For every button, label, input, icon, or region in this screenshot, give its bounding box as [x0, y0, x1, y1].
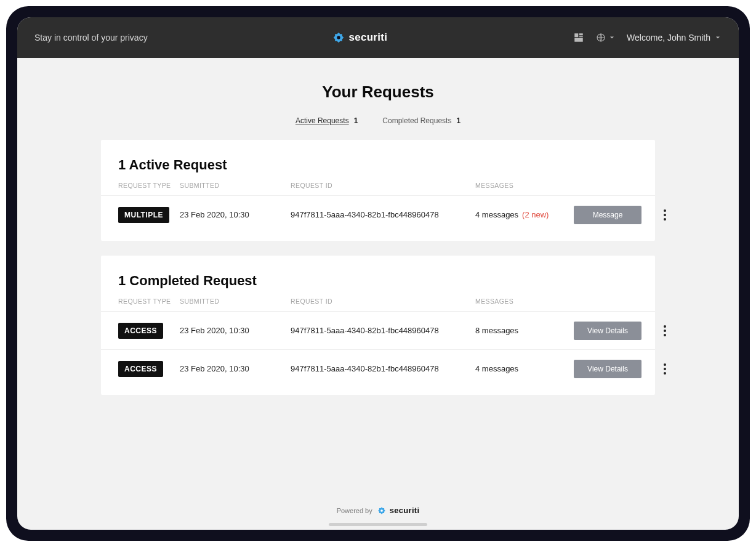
message-button[interactable]: Message	[574, 206, 641, 224]
powered-by-text: Powered by	[337, 507, 372, 514]
messages-count: 4 messages	[475, 210, 518, 219]
view-details-button[interactable]: View Details	[574, 360, 641, 378]
svg-rect-4	[574, 38, 583, 42]
submitted-cell: 23 Feb 2020, 10:30	[180, 210, 291, 219]
col-messages: MESSAGES	[475, 182, 574, 189]
col-messages: MESSAGES	[475, 298, 574, 305]
content-area: Your Requests Active Requests 1 Complete…	[17, 58, 739, 530]
brand-logo-icon	[377, 506, 386, 515]
tabs: Active Requests 1 Completed Requests 1	[17, 116, 739, 125]
col-request-id: REQUEST ID	[291, 182, 475, 189]
kebab-menu-icon[interactable]	[657, 323, 672, 338]
svg-rect-3	[579, 36, 583, 38]
col-submitted: SUBMITTED	[180, 182, 291, 189]
messages-count: 8 messages	[475, 326, 518, 335]
tab-active-requests[interactable]: Active Requests 1	[296, 116, 358, 125]
page-title: Your Requests	[17, 83, 739, 102]
table-header: REQUEST TYPE SUBMITTED REQUEST ID MESSAG…	[101, 298, 655, 311]
svg-rect-2	[579, 33, 583, 35]
globe-icon	[596, 33, 606, 43]
tab-count: 1	[354, 116, 358, 125]
topbar-tagline: Stay in control of your privacy	[34, 33, 148, 43]
request-type-badge: MULTIPLE	[118, 207, 169, 223]
footer-brand-logo[interactable]: securiti	[377, 506, 420, 515]
tab-label: Completed Requests	[382, 116, 451, 125]
table-header: REQUEST TYPE SUBMITTED REQUEST ID MESSAG…	[101, 182, 655, 195]
svg-point-6	[380, 509, 383, 512]
completed-requests-card: 1 Completed Request REQUEST TYPE SUBMITT…	[101, 256, 655, 395]
request-id-cell: 947f7811-5aaa-4340-82b1-fbc448960478	[291, 364, 475, 373]
chevron-down-icon	[714, 34, 722, 41]
kebab-menu-icon[interactable]	[657, 362, 672, 376]
table-row: ACCESS 23 Feb 2020, 10:30 947f7811-5aaa-…	[101, 311, 655, 349]
tab-label: Active Requests	[296, 116, 349, 125]
request-type-badge: ACCESS	[118, 323, 163, 339]
request-type-badge: ACCESS	[118, 361, 163, 377]
svg-point-0	[337, 36, 340, 39]
welcome-text: Welcome, John Smith	[627, 33, 710, 43]
col-request-type: REQUEST TYPE	[118, 182, 180, 189]
brand-name: securiti	[348, 31, 387, 44]
section-title: 1 Completed Request	[101, 273, 655, 298]
view-details-button[interactable]: View Details	[574, 322, 641, 340]
messages-cell: 8 messages	[475, 326, 574, 335]
kebab-menu-icon[interactable]	[657, 208, 672, 222]
footer: Powered by securiti	[17, 506, 739, 515]
language-selector[interactable]	[596, 33, 616, 43]
col-request-type: REQUEST TYPE	[118, 298, 180, 305]
user-menu[interactable]: Welcome, John Smith	[627, 33, 722, 43]
grid-icon[interactable]	[573, 31, 585, 44]
svg-rect-1	[574, 33, 578, 37]
home-indicator	[329, 523, 427, 526]
submitted-cell: 23 Feb 2020, 10:30	[180, 326, 291, 335]
request-id-cell: 947f7811-5aaa-4340-82b1-fbc448960478	[291, 210, 475, 219]
col-request-id: REQUEST ID	[291, 298, 475, 305]
submitted-cell: 23 Feb 2020, 10:30	[180, 364, 291, 373]
messages-count: 4 messages	[475, 364, 518, 373]
tab-completed-requests[interactable]: Completed Requests 1	[382, 116, 460, 125]
section-title: 1 Active Request	[101, 157, 655, 182]
brand-logo[interactable]: securiti	[332, 31, 387, 44]
request-id-cell: 947f7811-5aaa-4340-82b1-fbc448960478	[291, 326, 475, 335]
tab-count: 1	[456, 116, 460, 125]
footer-brand-name: securiti	[390, 506, 420, 515]
col-submitted: SUBMITTED	[180, 298, 291, 305]
table-row: MULTIPLE 23 Feb 2020, 10:30 947f7811-5aa…	[101, 195, 655, 233]
brand-logo-icon	[332, 31, 345, 44]
active-requests-card: 1 Active Request REQUEST TYPE SUBMITTED …	[101, 140, 655, 241]
table-row: ACCESS 23 Feb 2020, 10:30 947f7811-5aaa-…	[101, 349, 655, 387]
chevron-down-icon	[608, 34, 616, 41]
messages-cell: 4 messages	[475, 364, 574, 373]
messages-new: (2 new)	[522, 210, 549, 219]
topbar: Stay in control of your privacy securiti	[17, 17, 739, 58]
messages-cell: 4 messages (2 new)	[475, 210, 574, 219]
